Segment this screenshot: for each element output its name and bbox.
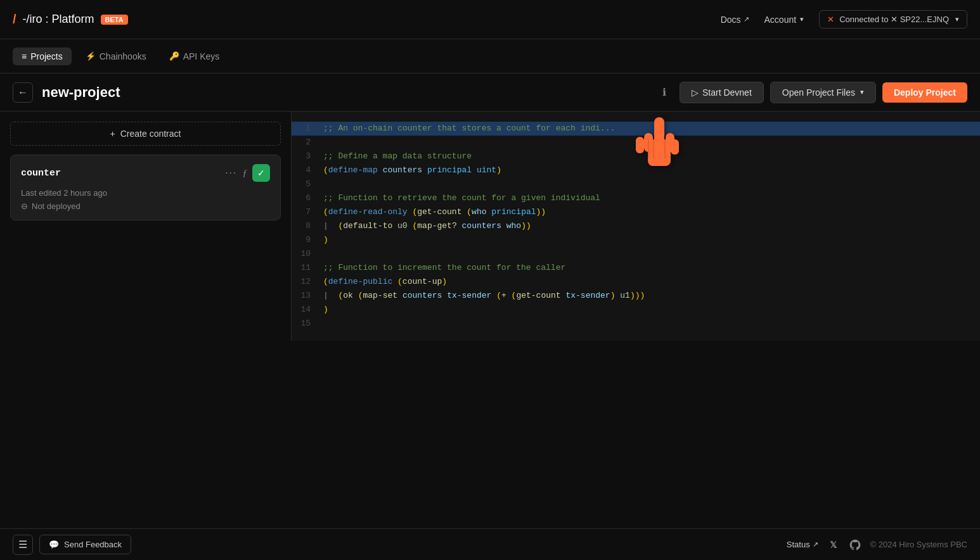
chevron-down-icon: ▾ bbox=[800, 15, 804, 23]
project-header-right: ℹ ▷ Start Devnet Open Project Files ▾ De… bbox=[655, 82, 967, 103]
code-line-11: 11 ;; Function to increment the count fo… bbox=[292, 261, 980, 275]
copyright-text: © 2024 Hiro Systems PBC bbox=[870, 540, 967, 549]
contract-name: counter bbox=[21, 168, 61, 179]
feedback-icon: 💬 bbox=[49, 540, 59, 549]
open-project-button[interactable]: Open Project Files ▾ bbox=[770, 82, 876, 103]
contract-last-edited: Last edited 2 hours ago bbox=[21, 188, 270, 198]
wallet-chevron-icon: ▾ bbox=[955, 15, 959, 23]
back-button[interactable]: ← bbox=[13, 82, 33, 103]
beta-badge: Beta bbox=[101, 15, 128, 25]
x-social-link[interactable]: 𝕏 bbox=[827, 538, 840, 551]
function-button[interactable]: ƒ bbox=[243, 168, 248, 179]
check-status-button[interactable]: ✓ bbox=[252, 164, 270, 182]
back-arrow-icon: ← bbox=[18, 87, 28, 98]
code-content: 1 ;; An on-chain counter that stores a c… bbox=[292, 111, 980, 341]
bottom-bar: ☰ 💬 Send Feedback Status ↗ 𝕏 © 2024 Hiro… bbox=[0, 528, 980, 560]
bottom-left: ☰ 💬 Send Feedback bbox=[13, 535, 131, 555]
code-line-1: 1 ;; An on-chain counter that stores a c… bbox=[292, 122, 980, 136]
code-line-7: 7 (define-read-only (get-count (who prin… bbox=[292, 205, 980, 219]
project-header: ← new-project ℹ ▷ Start Devnet Open Proj… bbox=[0, 73, 980, 111]
hamburger-button[interactable]: ☰ bbox=[13, 535, 33, 555]
logo-text: -/iro : Platform bbox=[23, 13, 94, 26]
app-logo: /-/iro : Platform Beta bbox=[13, 12, 128, 27]
nav-right: Docs ↗ Account ▾ ✕ Connected to ✕ SP22..… bbox=[721, 10, 967, 29]
code-line-13: 13 | (ok (map-set counters tx-sender (+ … bbox=[292, 289, 980, 303]
status-external-icon: ↗ bbox=[813, 540, 818, 549]
not-deployed-icon: ⊖ bbox=[21, 201, 28, 211]
play-icon: ▷ bbox=[692, 87, 699, 98]
code-line-3: 3 ;; Define a map data structure bbox=[292, 150, 980, 163]
start-devnet-button[interactable]: ▷ Start Devnet bbox=[680, 82, 764, 103]
code-line-9: 9 ) bbox=[292, 233, 980, 247]
stacks-icon: ✕ bbox=[827, 15, 834, 24]
body-area: + Create contract counter ··· ƒ ✓ Last e… bbox=[0, 111, 980, 341]
tab-api-keys[interactable]: 🔑 API Keys bbox=[160, 48, 229, 65]
info-button[interactable]: ℹ bbox=[655, 84, 673, 101]
api-key-icon: 🔑 bbox=[169, 51, 179, 61]
code-line-10: 10 bbox=[292, 247, 980, 261]
code-line-6: 6 ;; Function to retrieve the count for … bbox=[292, 191, 980, 205]
status-link[interactable]: Status ↗ bbox=[787, 540, 818, 549]
open-project-chevron-icon: ▾ bbox=[860, 88, 864, 96]
create-contract-button[interactable]: + Create contract bbox=[10, 122, 281, 146]
more-options-button[interactable]: ··· bbox=[225, 167, 237, 179]
open-project-label: Open Project Files bbox=[782, 87, 855, 98]
x-icon: 𝕏 bbox=[830, 540, 837, 550]
docs-link[interactable]: Docs ↗ bbox=[721, 15, 749, 25]
bottom-right: Status ↗ 𝕏 © 2024 Hiro Systems PBC bbox=[787, 538, 967, 551]
wallet-button[interactable]: ✕ Connected to ✕ SP22...EJNQ ▾ bbox=[819, 10, 967, 29]
contract-meta: Last edited 2 hours ago ⊖ Not deployed bbox=[21, 188, 270, 211]
code-line-8: 8 | (default-to u0 (map-get? counters wh… bbox=[292, 219, 980, 233]
external-link-icon: ↗ bbox=[744, 15, 749, 23]
contract-card-header: counter ··· ƒ ✓ bbox=[21, 164, 270, 182]
start-devnet-label: Start Devnet bbox=[702, 87, 752, 98]
chainhooks-icon: ⚡ bbox=[86, 51, 96, 61]
logo-slash: / bbox=[13, 12, 16, 27]
tab-projects[interactable]: ≡ Projects bbox=[13, 48, 72, 65]
hamburger-icon: ☰ bbox=[18, 538, 27, 550]
create-contract-label: Create contract bbox=[120, 129, 181, 139]
code-line-5: 5 bbox=[292, 177, 980, 191]
sidebar: + Create contract counter ··· ƒ ✓ Last e… bbox=[0, 111, 292, 341]
top-nav: /-/iro : Platform Beta Docs ↗ Account ▾ … bbox=[0, 0, 980, 39]
chainhooks-tab-label: Chainhooks bbox=[100, 51, 146, 61]
code-line-15: 15 bbox=[292, 317, 980, 331]
contract-status: ⊖ Not deployed bbox=[21, 201, 270, 211]
checkmark-icon: ✓ bbox=[257, 168, 265, 178]
status-label: Status bbox=[787, 540, 810, 549]
deploy-project-button[interactable]: Deploy Project bbox=[882, 82, 967, 103]
projects-tab-label: Projects bbox=[30, 51, 63, 61]
code-line-14: 14 ) bbox=[292, 303, 980, 317]
project-header-left: ← new-project bbox=[13, 82, 120, 103]
contract-card[interactable]: counter ··· ƒ ✓ Last edited 2 hours ago … bbox=[10, 155, 281, 220]
code-line-12: 12 (define-public (count-up) bbox=[292, 275, 980, 289]
plus-icon: + bbox=[110, 129, 115, 139]
contract-actions: ··· ƒ ✓ bbox=[225, 164, 270, 182]
send-feedback-button[interactable]: 💬 Send Feedback bbox=[39, 535, 131, 554]
code-editor[interactable]: 1 ;; An on-chain counter that stores a c… bbox=[292, 111, 980, 341]
code-line-4: 4 (define-map counters principal uint) bbox=[292, 163, 980, 177]
account-menu[interactable]: Account ▾ bbox=[764, 15, 804, 25]
feedback-label: Send Feedback bbox=[64, 540, 122, 549]
api-keys-tab-label: API Keys bbox=[183, 51, 220, 61]
info-icon: ℹ bbox=[662, 86, 666, 98]
sub-nav: ≡ Projects ⚡ Chainhooks 🔑 API Keys bbox=[0, 39, 980, 73]
code-line-2: 2 bbox=[292, 136, 980, 150]
projects-list-icon: ≡ bbox=[22, 51, 27, 61]
project-title: new-project bbox=[42, 84, 120, 101]
tab-chainhooks[interactable]: ⚡ Chainhooks bbox=[77, 48, 155, 65]
deploy-label: Deploy Project bbox=[894, 87, 956, 98]
github-link[interactable] bbox=[849, 538, 861, 551]
contract-status-label: Not deployed bbox=[32, 201, 81, 211]
